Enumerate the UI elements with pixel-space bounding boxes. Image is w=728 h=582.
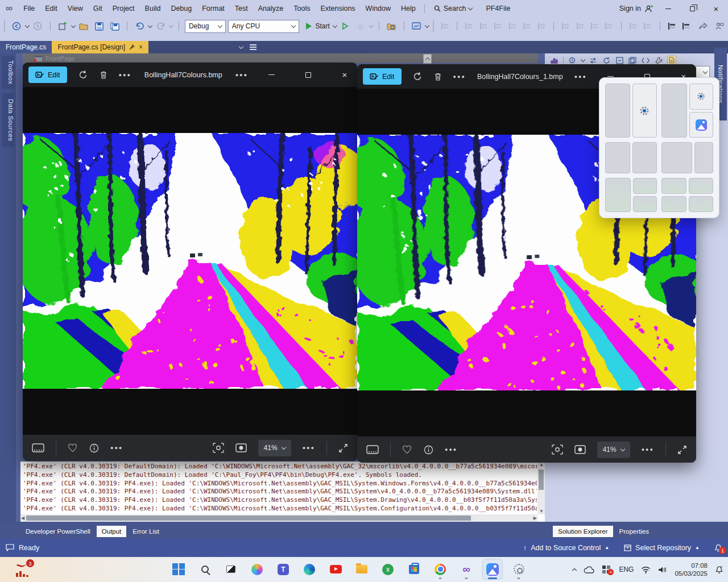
toolbar-grip[interactable]: [433, 21, 435, 31]
edge-button[interactable]: [299, 559, 320, 580]
snap-cell[interactable]: [661, 84, 687, 138]
language-indicator[interactable]: ENG: [619, 566, 634, 573]
tab-frontpage-cs-design[interactable]: FrontPage.cs [Design] ×: [52, 41, 148, 53]
sync-error-icon[interactable]: ×: [602, 566, 611, 573]
filmstrip-icon[interactable]: [32, 443, 44, 452]
save-all-button[interactable]: [108, 19, 121, 33]
rotate-icon[interactable]: [78, 70, 88, 80]
zoom-level-dropdown[interactable]: 41%: [597, 442, 630, 458]
task-view-button[interactable]: [221, 559, 241, 580]
start-button[interactable]: [168, 559, 189, 580]
onedrive-icon[interactable]: [584, 566, 595, 573]
feedback-bubble-icon[interactable]: [6, 544, 14, 551]
size-to-grid-icon[interactable]: [605, 23, 613, 30]
visual-search-icon[interactable]: [552, 444, 563, 455]
save-button[interactable]: [93, 19, 106, 33]
chevron-down-icon[interactable]: [71, 23, 76, 27]
widgets-button[interactable]: 3: [13, 560, 35, 579]
menu-git[interactable]: Git: [88, 0, 107, 17]
tab-solution-explorer[interactable]: Solution Explorer: [553, 526, 613, 537]
refresh-icon[interactable]: [602, 56, 611, 65]
snap-layout-option-3[interactable]: [605, 142, 657, 173]
fit-to-window-icon[interactable]: [574, 445, 586, 454]
start-without-debugging-button[interactable]: [339, 19, 352, 33]
properties-combo-fragment[interactable]: [695, 66, 710, 78]
chevron-down-icon[interactable]: [581, 57, 585, 61]
snap-cell[interactable]: [694, 142, 713, 173]
select-repository-button[interactable]: Select Repository ▲: [624, 544, 700, 552]
notifications-bell-button[interactable]: 1: [714, 543, 722, 552]
toolbar-grip[interactable]: [4, 21, 6, 31]
zoom-options-icon[interactable]: ●●●: [303, 445, 315, 451]
see-more-icon[interactable]: ●●●: [235, 72, 248, 78]
edit-button[interactable]: Edit: [28, 66, 67, 83]
align-tops-icon[interactable]: [509, 23, 516, 30]
photos-titlebar[interactable]: Edit ●●● BollingHall7Colours.bmp ●●● ×: [23, 63, 357, 87]
search-box[interactable]: Search: [428, 5, 478, 13]
settings-button[interactable]: [508, 559, 529, 580]
tab-frontpage-cs[interactable]: FrontPage.cs: [0, 41, 52, 53]
snap-cell[interactable]: [605, 84, 630, 138]
visual-studio-button[interactable]: ∞: [456, 559, 477, 580]
align-middles-icon[interactable]: [523, 23, 531, 30]
make-same-width-icon[interactable]: [562, 23, 569, 30]
snap-cell[interactable]: [661, 142, 692, 173]
menu-build[interactable]: Build: [140, 0, 166, 17]
start-debug-button[interactable]: Start: [306, 22, 336, 30]
restore-button[interactable]: [680, 0, 704, 17]
xbox-button[interactable]: x: [378, 559, 398, 580]
tab-overflow-chevron-icon[interactable]: [239, 44, 243, 48]
add-to-source-control-button[interactable]: ↑ Add to Source Control ▲: [523, 543, 609, 552]
chevron-down-icon[interactable]: [148, 23, 152, 27]
sign-in-button[interactable]: Sign in: [619, 5, 656, 13]
menu-window[interactable]: Window: [361, 0, 396, 17]
chevron-down-icon[interactable]: [425, 23, 429, 27]
designer-scrollbar-fragment[interactable]: [423, 54, 432, 64]
chevron-down-icon[interactable]: [25, 23, 30, 27]
see-more-icon[interactable]: ●●●: [574, 74, 587, 80]
tab-properties[interactable]: Properties: [614, 526, 654, 537]
maximize-button[interactable]: [296, 63, 321, 87]
fullscreen-icon[interactable]: [338, 443, 348, 453]
volume-icon[interactable]: [658, 566, 667, 573]
file-info-icon[interactable]: [424, 445, 433, 455]
file-explorer-button[interactable]: [351, 559, 372, 580]
hot-reload-button[interactable]: [354, 19, 367, 33]
undo-button[interactable]: [133, 19, 146, 33]
menu-format[interactable]: Format: [197, 0, 230, 17]
snap-to-grid-icon[interactable]: [441, 23, 449, 30]
visual-search-icon[interactable]: [213, 443, 224, 453]
find-in-files-button[interactable]: [385, 19, 398, 33]
make-same-height-icon[interactable]: [577, 23, 584, 30]
close-tab-icon[interactable]: ×: [139, 43, 143, 51]
pin-icon[interactable]: [129, 44, 135, 50]
navigate-back-button[interactable]: [10, 19, 23, 33]
bring-to-front-icon[interactable]: [668, 23, 676, 30]
sidebar-tab-data-sources[interactable]: Data Sources: [2, 93, 14, 147]
photo-bollinghall7colours[interactable]: [23, 133, 357, 389]
edit-button[interactable]: Edit: [363, 68, 402, 85]
favorite-icon[interactable]: [402, 445, 412, 454]
fullscreen-icon[interactable]: [677, 445, 687, 455]
live-visual-tree-button[interactable]: [410, 19, 423, 33]
more-options-icon[interactable]: ●●●: [110, 445, 123, 451]
snap-layout-option-2[interactable]: [661, 84, 713, 138]
vertical-scrollbar[interactable]: ▲ ▼: [537, 462, 545, 514]
snap-cell[interactable]: [661, 178, 686, 194]
favorite-icon[interactable]: [68, 443, 78, 452]
fit-to-window-icon[interactable]: [235, 443, 247, 452]
output-text[interactable]: 'PF4.exe' (CLR v4.0.30319: DefaultDomain…: [23, 463, 537, 514]
more-options-icon[interactable]: ●●●: [119, 72, 131, 78]
snap-cell[interactable]: [661, 196, 686, 212]
minimize-button[interactable]: [259, 63, 284, 87]
teams-button[interactable]: T: [273, 559, 293, 580]
menu-debug[interactable]: Debug: [166, 0, 197, 17]
snap-cell[interactable]: [633, 196, 657, 212]
snap-cell[interactable]: [605, 142, 630, 173]
open-file-button[interactable]: [77, 19, 90, 33]
menu-view[interactable]: View: [63, 0, 88, 17]
zoom-options-icon[interactable]: ●●●: [642, 447, 654, 452]
menu-extensions[interactable]: Extensions: [315, 0, 360, 17]
send-to-back-icon[interactable]: [682, 23, 690, 30]
vertical-spacing-icon[interactable]: [644, 23, 651, 30]
